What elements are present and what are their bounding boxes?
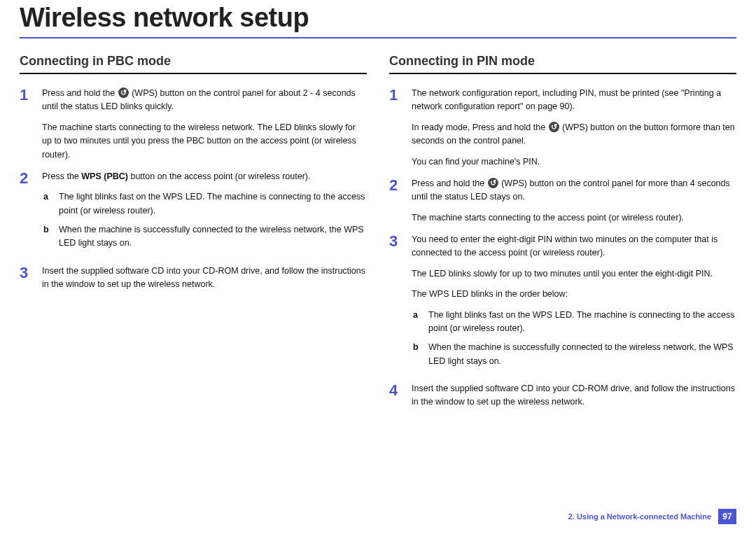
left-heading: Connecting in PBC mode: [20, 54, 367, 69]
substep-a: a The light blinks fast on the WPS LED. …: [412, 309, 736, 336]
page-title: Wireless network setup: [20, 3, 736, 33]
step-body: Insert the supplied software CD into you…: [412, 382, 736, 409]
title-row: Wireless network setup: [20, 0, 736, 38]
title-rule: [20, 37, 736, 38]
substep-text: The light blinks fast on the WPS LED. Th…: [59, 190, 367, 218]
substep-letter: b: [413, 341, 421, 368]
step-number: 4: [389, 382, 402, 409]
substep-letter: a: [43, 190, 52, 218]
step-number: 1: [389, 87, 402, 169]
right-rule: [389, 73, 736, 74]
step-body: The network configuration report, includ…: [412, 87, 736, 169]
step-text: Insert the supplied software CD into you…: [42, 265, 367, 292]
step-body: Press and hold the (WPS) button on the c…: [42, 87, 367, 162]
step-text: Press and hold the (WPS) button on the c…: [42, 87, 367, 114]
step-number: 3: [389, 233, 402, 374]
substep-b: b When the machine is successfully conne…: [42, 223, 367, 251]
step-text: You can find your machine's PIN.: [412, 155, 736, 169]
step-body: Press the WPS (PBC) button on the access…: [42, 170, 367, 256]
step-text: In ready mode, Press and hold the (WPS) …: [412, 121, 736, 148]
step-number: 1: [20, 87, 32, 162]
step-text: Press the WPS (PBC) button on the access…: [42, 170, 367, 183]
footer: 2. Using a Network-connected Machine 97: [568, 509, 736, 524]
step-text: The LED blinks slowly for up to two minu…: [412, 267, 736, 281]
right-step-1: 1 The network configuration report, incl…: [389, 87, 736, 169]
step-text: The network configuration report, includ…: [412, 87, 736, 114]
footer-chapter: 2. Using a Network-connected Machine: [568, 512, 711, 521]
right-step-2: 2 Press and hold the (WPS) button on the…: [389, 177, 736, 225]
step-text: The WPS LED blinks in the order below:: [412, 288, 736, 301]
substep-text: When the machine is successfully connect…: [428, 341, 736, 368]
substep-text: When the machine is successfully connect…: [59, 223, 367, 251]
step-body: Insert the supplied software CD into you…: [42, 265, 367, 292]
step-text: Insert the supplied software CD into you…: [412, 382, 736, 409]
substep-text: The light blinks fast on the WPS LED. Th…: [428, 309, 736, 336]
step-number: 2: [20, 170, 32, 256]
right-column: Connecting in PIN mode 1 The network con…: [389, 54, 736, 418]
right-step-3: 3 You need to enter the eight-digit PIN …: [389, 233, 736, 374]
wps-icon: [549, 122, 559, 132]
substep-a: a The light blinks fast on the WPS LED. …: [42, 190, 367, 218]
left-step-3: 3 Insert the supplied software CD into y…: [20, 265, 367, 292]
left-column: Connecting in PBC mode 1 Press and hold …: [20, 54, 367, 418]
wps-icon: [118, 87, 129, 98]
step-body: Press and hold the (WPS) button on the c…: [412, 177, 736, 225]
step-text: Press and hold the (WPS) button on the c…: [412, 177, 736, 204]
step-text: You need to enter the eight-digit PIN wi…: [412, 233, 736, 260]
step-number: 2: [389, 177, 402, 225]
step-text: The machine starts connecting to the wir…: [42, 121, 367, 162]
page-number: 97: [718, 509, 736, 524]
step-text: The machine starts connecting to the acc…: [412, 211, 736, 225]
right-heading: Connecting in PIN mode: [389, 54, 736, 69]
step-number: 3: [20, 265, 32, 292]
substep-letter: b: [43, 223, 52, 251]
left-step-1: 1 Press and hold the (WPS) button on the…: [20, 87, 367, 162]
right-step-4: 4 Insert the supplied software CD into y…: [389, 382, 736, 409]
left-rule: [20, 73, 367, 74]
page: Wireless network setup Connecting in PBC…: [0, 0, 756, 534]
substep-letter: a: [413, 309, 421, 336]
columns: Connecting in PBC mode 1 Press and hold …: [20, 54, 736, 418]
substep-b: b When the machine is successfully conne…: [412, 341, 736, 368]
left-step-2: 2 Press the WPS (PBC) button on the acce…: [20, 170, 367, 256]
wps-icon: [488, 178, 498, 188]
step-body: You need to enter the eight-digit PIN wi…: [412, 233, 736, 374]
